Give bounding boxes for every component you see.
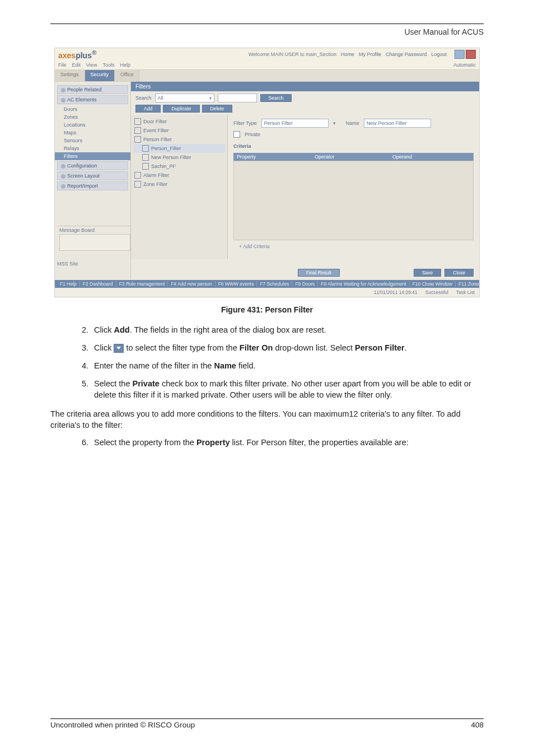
nav-people-related[interactable]: People Related — [57, 85, 128, 94]
save-button[interactable]: Save — [414, 269, 441, 277]
menu-edit[interactable]: Edit — [72, 62, 81, 68]
duplicate-button[interactable]: Duplicate — [163, 105, 199, 113]
message-board-box[interactable] — [59, 234, 130, 251]
tab-settings[interactable]: Settings — [55, 70, 85, 81]
nav-configuration[interactable]: Configuration — [57, 161, 128, 170]
nav-sidebar: People Related AC Elements Doors Zones L… — [55, 82, 131, 279]
panel-title: Filters — [131, 82, 479, 91]
change-password-link[interactable]: Change Password — [386, 52, 427, 57]
fkey-f7[interactable]: F7 Schedules — [257, 281, 292, 287]
door-icon — [134, 118, 141, 125]
message-board-label: Message Board — [57, 226, 133, 252]
search-scope-dropdown[interactable]: All ▾ — [155, 94, 214, 102]
nav-report-import[interactable]: Report/Import — [57, 181, 128, 190]
fkey-f8[interactable]: F8 Doors — [292, 281, 318, 287]
criteria-paragraph: The criteria area allows you to add more… — [50, 408, 484, 431]
delete-button[interactable]: Delete — [202, 105, 233, 113]
tab-office[interactable]: Office — [115, 70, 139, 81]
file-icon — [142, 145, 149, 152]
close-button[interactable]: Close — [444, 269, 474, 277]
logout-link[interactable]: Logout — [431, 52, 447, 57]
zone-icon — [134, 181, 141, 188]
fkey-f4[interactable]: F4 Add new person — [168, 281, 215, 287]
tab-security[interactable]: Security — [85, 70, 115, 81]
final-result-button[interactable]: Final Result — [298, 269, 340, 277]
menu-file[interactable]: File — [58, 62, 67, 68]
col-operator: Operator — [315, 154, 392, 160]
nav-doors[interactable]: Doors — [55, 105, 130, 113]
fkey-f10[interactable]: F10 Close Window — [410, 281, 456, 287]
footer-rule — [50, 718, 484, 719]
tree-zone-filter[interactable]: Zone Filter — [133, 180, 225, 189]
fkey-f6[interactable]: F6 WWW events — [216, 281, 257, 287]
nav-locations[interactable]: Locations — [55, 121, 130, 129]
app-logo: axesplus® — [58, 49, 97, 60]
file-icon — [142, 154, 149, 161]
tree-alarm-filter[interactable]: Alarm Filter — [133, 171, 225, 180]
private-checkbox[interactable] — [233, 131, 240, 138]
menu-view[interactable]: View — [86, 62, 97, 68]
event-icon — [134, 127, 141, 134]
tree-door-filter[interactable]: Door Filter — [133, 117, 225, 126]
steps-list: Click Add. The fields in the right area … — [91, 324, 484, 400]
nav-relays[interactable]: Relays — [55, 144, 130, 152]
step-6: Select the property from the Property li… — [91, 437, 484, 448]
status-task-list[interactable]: Task List — [456, 290, 475, 295]
step-5: Select the Private check box to mark thi… — [91, 378, 484, 400]
add-button[interactable]: Add — [135, 105, 161, 113]
file-icon — [142, 163, 149, 170]
col-property: Property — [237, 154, 315, 160]
person-icon — [134, 136, 141, 143]
add-criteria-link[interactable]: + Add Criteria — [233, 240, 474, 253]
dropdown-icon — [114, 344, 124, 353]
private-label: Private — [245, 132, 260, 137]
nav-sensors[interactable]: Sensors — [55, 137, 130, 144]
nav-zones[interactable]: Zones — [55, 113, 130, 121]
fkey-f11[interactable]: F11 Zones — [456, 281, 479, 287]
tree-sachin-pf[interactable]: Sachin_PF — [133, 162, 225, 171]
fkey-f9[interactable]: F9 Alarms Waiting for Acknowledgement — [318, 281, 409, 287]
chevron-down-icon: ▾ — [209, 96, 212, 101]
chevron-down-icon — [61, 184, 65, 189]
chevron-down-icon — [61, 88, 65, 92]
chevron-down-icon — [61, 164, 65, 169]
fkey-f3[interactable]: F3 Rule management — [116, 281, 168, 287]
screenshot-window: axesplus® Welcome MAIN USER to main_Sect… — [54, 48, 480, 297]
nav-filters[interactable]: Filters — [55, 152, 130, 160]
minimize-icon[interactable] — [455, 50, 465, 59]
nav-maps[interactable]: Maps — [55, 129, 130, 137]
tree-person-filter-item[interactable]: Person_Filter — [133, 144, 225, 153]
tree-person-filter[interactable]: Person Filter — [133, 135, 225, 144]
name-field[interactable]: New Person Filter — [364, 119, 431, 128]
menu-help[interactable]: Help — [120, 62, 130, 68]
search-label: Search — [135, 95, 152, 101]
tree-event-filter[interactable]: Event Filter — [133, 126, 225, 135]
col-operand: Operand — [392, 154, 470, 160]
fkey-f2[interactable]: F2 Dashboard — [80, 281, 116, 287]
nav-ac-elements[interactable]: AC Elements — [57, 95, 128, 104]
close-icon[interactable] — [466, 50, 476, 59]
header-title: User Manual for ACUS — [50, 27, 484, 36]
chevron-down-icon — [61, 174, 65, 179]
nav-screen-layout[interactable]: Screen Layout — [57, 171, 128, 180]
search-input[interactable] — [218, 94, 257, 102]
my-profile-link[interactable]: My Profile — [359, 52, 381, 57]
search-button[interactable]: Search — [260, 94, 292, 102]
filters-tree: Door Filter Event Filter Person Filter P… — [131, 115, 228, 259]
function-keys-bar: F1 Help F2 Dashboard F3 Rule management … — [55, 280, 479, 288]
header-rule — [50, 24, 484, 24]
filter-type-label: Filter Type — [233, 120, 257, 126]
home-link[interactable]: Home — [341, 52, 354, 57]
tree-new-person-filter[interactable]: New Person Filter — [133, 153, 225, 162]
site-label[interactable]: MSS Site — [57, 261, 78, 267]
criteria-grid[interactable] — [233, 161, 474, 240]
fkey-f1[interactable]: F1 Help — [57, 281, 80, 287]
alarm-icon — [134, 172, 141, 179]
step-2: Click Add. The fields in the right area … — [91, 324, 484, 335]
chevron-up-icon — [61, 98, 65, 102]
footer-left: Uncontrolled when printed © RISCO Group — [50, 721, 195, 729]
automatic-label: Automatic — [453, 62, 476, 68]
chevron-down-icon[interactable]: ▾ — [333, 120, 336, 126]
menu-tools[interactable]: Tools — [102, 62, 114, 68]
steps-list-2: Select the property from the Property li… — [91, 437, 484, 448]
